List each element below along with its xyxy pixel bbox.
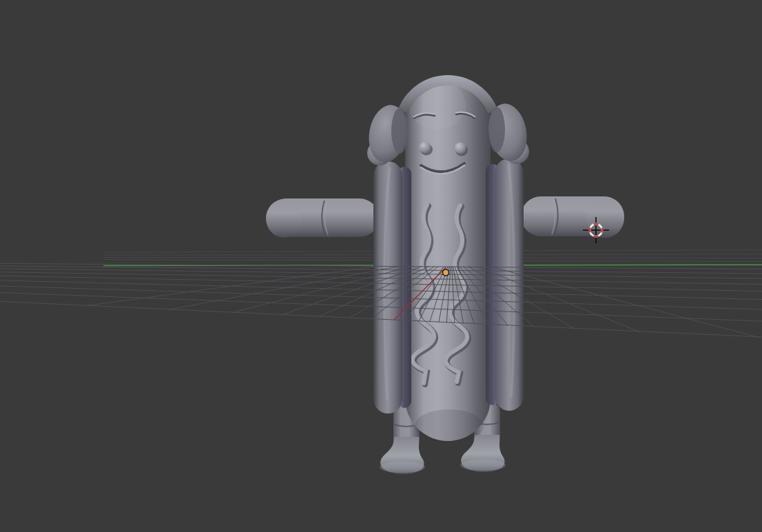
- viewport-scene[interactable]: [0, 0, 762, 532]
- body-bottom-shadow: [415, 409, 484, 442]
- foot-right-rim-light: [460, 460, 506, 471]
- bun-left[interactable]: [373, 161, 411, 413]
- arm-right[interactable]: [521, 196, 624, 238]
- eye-right: [455, 143, 466, 154]
- arm-left[interactable]: [266, 198, 379, 238]
- cup-left-crease: [391, 108, 408, 154]
- sausage-body[interactable]: [405, 76, 491, 442]
- hand-right: [587, 198, 624, 238]
- bun-right[interactable]: [486, 158, 524, 411]
- cup-right-crease: [488, 107, 505, 152]
- 3d-viewport-canvas[interactable]: [0, 0, 762, 532]
- hand-left: [266, 199, 302, 238]
- object-origin-point: [443, 269, 449, 276]
- foot-left-rim-light: [380, 462, 425, 473]
- eye-left: [420, 142, 431, 154]
